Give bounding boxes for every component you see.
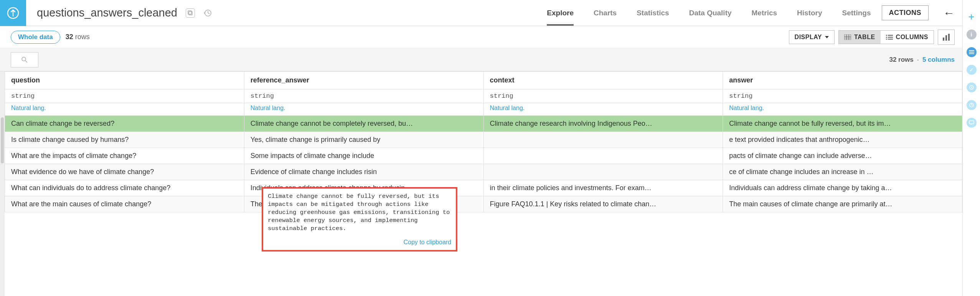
list-button[interactable]	[966, 47, 977, 58]
search-input[interactable]	[11, 52, 38, 67]
back-arrow-icon[interactable]: ←	[943, 7, 955, 20]
table-row[interactable]: What are the main causes of climate chan…	[5, 196, 962, 212]
actions-button[interactable]: ACTIONS	[882, 5, 929, 20]
header: questions_answers_cleaned Explore Charts…	[0, 0, 962, 26]
app-logo[interactable]	[0, 0, 26, 26]
right-rail: + i ✓	[963, 0, 980, 296]
table-row[interactable]: What can individuals do to address clima…	[5, 180, 962, 196]
info-button[interactable]: i	[966, 29, 977, 40]
row-gutter	[0, 71, 5, 296]
cell[interactable]: in their climate policies and investment…	[483, 180, 723, 196]
nav-statistics[interactable]: Statistics	[637, 0, 669, 26]
svg-rect-4	[844, 35, 851, 40]
cell[interactable]: Some impacts of climate change include	[244, 148, 483, 164]
svg-rect-25	[969, 121, 974, 124]
svg-rect-15	[943, 38, 944, 41]
cell[interactable]: e text provided indicates that anthropog…	[723, 132, 962, 148]
col-type: string	[5, 89, 244, 103]
bar-chart-icon	[942, 34, 950, 41]
table-row[interactable]: Can climate change be reversed?Climate c…	[5, 116, 962, 132]
cell[interactable]: Individuals can address climate change b…	[723, 180, 962, 196]
table-view-button[interactable]: TABLE	[839, 31, 881, 44]
row-count-num: 32	[66, 33, 73, 41]
clock-button[interactable]	[966, 100, 977, 110]
svg-rect-17	[948, 34, 950, 41]
filter-rows: 32 rows	[889, 56, 913, 63]
view-toggle: TABLE COLUMNS	[838, 30, 934, 44]
col-meaning[interactable]: Natural lang.	[251, 105, 285, 111]
cell[interactable]: Climate change cannot be completely reve…	[244, 116, 483, 132]
nav-explore[interactable]: Explore	[547, 0, 574, 26]
copy-to-clipboard[interactable]: Copy to clipboard	[403, 239, 451, 245]
col-meaning[interactable]: Natural lang.	[490, 105, 525, 111]
nav-history[interactable]: History	[797, 0, 822, 26]
tooltip-text: Climate change cannot be fully reversed,…	[268, 192, 451, 233]
cell[interactable]: What can individuals do to address clima…	[5, 180, 244, 196]
chevron-down-icon	[825, 36, 829, 38]
cell[interactable]: Is climate change caused by humans?	[5, 132, 244, 148]
cell[interactable]	[483, 132, 723, 148]
filter-cols[interactable]: 5 columns	[922, 56, 955, 63]
cell[interactable]: Figure FAQ10.1.1 | Key risks related to …	[483, 196, 723, 212]
nav-charts[interactable]: Charts	[594, 0, 617, 26]
svg-line-19	[25, 61, 27, 62]
cell[interactable]	[483, 164, 723, 180]
columns-label: COLUMNS	[896, 34, 928, 41]
toolbar: Whole data 32 rows DISPLAY TABLE	[0, 26, 962, 48]
dataset-title: questions_answers_cleaned	[37, 7, 177, 19]
col-type: string	[483, 89, 723, 103]
cell[interactable]: Climate change cannot be fully reversed,…	[723, 116, 962, 132]
columns-view-button[interactable]: COLUMNS	[881, 31, 934, 44]
col-meaning[interactable]: Natural lang.	[729, 105, 764, 111]
col-header[interactable]: question	[5, 72, 244, 89]
cell[interactable]: What are the impacts of climate change?	[5, 148, 244, 164]
grid-icon	[844, 35, 851, 40]
data-table: question reference_answer context answer…	[5, 71, 962, 212]
table-wrap: question reference_answer context answer…	[0, 71, 962, 296]
nav-dataquality[interactable]: Data Quality	[689, 0, 732, 26]
col-header[interactable]: reference_answer	[244, 72, 483, 89]
display-button[interactable]: DISPLAY	[789, 30, 835, 44]
cell[interactable]: pacts of climate change can include adve…	[723, 148, 962, 164]
cell[interactable]: Yes, climate change is primarily caused …	[244, 132, 483, 148]
table-row[interactable]: What evidence do we have of climate chan…	[5, 164, 962, 180]
cell-tooltip: Climate change cannot be fully reversed,…	[262, 187, 457, 252]
history-button[interactable]	[966, 82, 977, 93]
cell[interactable]: What evidence do we have of climate chan…	[5, 164, 244, 180]
table-row[interactable]: What are the impacts of climate change?S…	[5, 148, 962, 164]
search-icon	[21, 56, 28, 63]
table-label: TABLE	[854, 34, 875, 41]
cell[interactable]: What are the main causes of climate chan…	[5, 196, 244, 212]
cell[interactable]: ce of climate change includes an increas…	[723, 164, 962, 180]
refresh-icon[interactable]	[203, 8, 213, 18]
table-row[interactable]: Is climate change caused by humans?Yes, …	[5, 132, 962, 148]
nav-metrics[interactable]: Metrics	[752, 0, 777, 26]
nav-settings[interactable]: Settings	[842, 0, 871, 26]
meaning-row: Natural lang. Natural lang. Natural lang…	[5, 103, 962, 116]
svg-point-18	[22, 57, 26, 61]
add-button[interactable]: +	[966, 12, 977, 22]
filter-summary: 32 rows - 5 columns	[889, 56, 955, 64]
cell[interactable]: The main causes of climate change are pr…	[723, 196, 962, 212]
col-header[interactable]: answer	[723, 72, 962, 89]
svg-rect-16	[945, 35, 947, 41]
logo-icon	[6, 6, 20, 20]
chart-button[interactable]	[938, 30, 955, 45]
check-button[interactable]: ✓	[966, 64, 977, 75]
col-type: string	[244, 89, 483, 103]
row-count-word: rows	[75, 33, 90, 41]
cell[interactable]: Evidence of climate change includes risi…	[244, 164, 483, 180]
comment-button[interactable]	[966, 117, 977, 128]
list-icon	[886, 35, 893, 40]
cell[interactable]: Can climate change be reversed?	[5, 116, 244, 132]
col-header[interactable]: context	[483, 72, 723, 89]
col-type: string	[723, 89, 962, 103]
cell[interactable]: Climate change research involving Indige…	[483, 116, 723, 132]
col-meaning[interactable]: Natural lang.	[11, 105, 46, 111]
main-nav: Explore Charts Statistics Data Quality M…	[547, 0, 871, 26]
gutter-handle[interactable]	[1, 117, 4, 163]
filter-bar: 32 rows - 5 columns	[0, 48, 962, 71]
whole-data-chip[interactable]: Whole data	[11, 31, 60, 44]
copy-icon[interactable]	[186, 8, 195, 18]
cell[interactable]	[483, 148, 723, 164]
